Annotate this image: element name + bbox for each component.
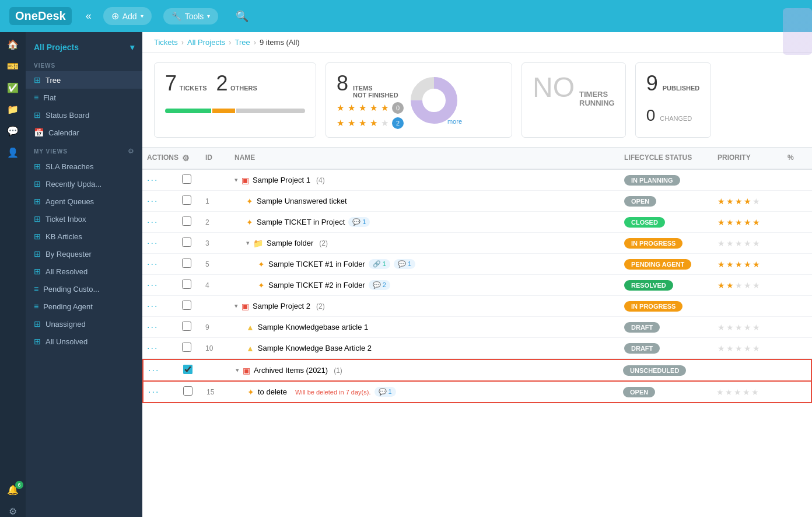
row-checkbox[interactable] [182, 301, 191, 310]
row-checkbox[interactable] [183, 386, 192, 396]
published-count: 9 [646, 71, 658, 96]
items-pie-chart: more [411, 77, 457, 124]
add-button[interactable]: ⊕ Add ▾ [103, 7, 152, 25]
row-id-cell: 3 [201, 239, 230, 247]
queue-icon: ⊞ [34, 197, 41, 206]
collapse-icon[interactable]: ▾ [235, 302, 238, 310]
row-checkbox[interactable] [182, 237, 191, 247]
sidebar-item-pending-agent[interactable]: ≡ Pending Agent [26, 298, 142, 315]
sidebar-item-status-board[interactable]: ⊞ Status Board [26, 106, 142, 124]
row-dots[interactable]: ··· [144, 365, 178, 376]
sidebar-item-all-unsolved[interactable]: ⊞ All Unsolved [26, 333, 142, 350]
published-stat-card: 9 PUBLISHED 0 CHANGED [635, 62, 711, 138]
tree-icon: ⊞ [34, 75, 41, 85]
sidebar-item-recently-updated[interactable]: ⊞ Recently Upda... [26, 175, 142, 193]
table-row: ··· ▾ ▣ Sample Project 2 (2) IN PROGRESS [142, 296, 812, 317]
icon-bar-notifications[interactable]: 🔔 6 [7, 484, 19, 495]
sidebar-item-label: Flat [43, 93, 56, 102]
sidebar-item-all-resolved[interactable]: ⊞ All Resolved [26, 263, 142, 280]
row-dots[interactable]: ··· [142, 238, 177, 249]
table-row-project1: ··· ▾ ▣ Sample Project 1 (4) IN PLANNING [142, 170, 812, 190]
status-badge: UNSCHEDULED [623, 365, 686, 376]
breadcrumb-sep3: › [254, 38, 256, 47]
tools-button[interactable]: 🔧 Tools ▾ [163, 8, 219, 25]
icon-bar-tickets[interactable]: 🎫 [7, 61, 19, 72]
row-count: (2) [316, 302, 325, 310]
row-dots[interactable]: ··· [144, 387, 178, 397]
sidebar-item-tree[interactable]: ⊞ Tree [26, 71, 142, 89]
row-checkbox[interactable] [182, 216, 191, 226]
row-checkbox-cell[interactable] [177, 237, 201, 249]
sidebar-item-flat[interactable]: ≡ Flat [26, 89, 142, 106]
row-checkbox-cell[interactable] [177, 216, 201, 228]
row-dots[interactable]: ··· [142, 322, 177, 333]
row-checkbox-cell[interactable] [178, 386, 202, 397]
row-checkbox-cell[interactable] [178, 365, 202, 376]
row-checkbox-cell[interactable] [177, 174, 201, 186]
row-dots[interactable]: ··· [142, 259, 177, 270]
pending-agent-icon: ≡ [34, 302, 38, 311]
th-lifecycle: Lifecycle Status [620, 153, 713, 163]
row-checkbox[interactable] [182, 174, 191, 184]
row-dots[interactable]: ··· [142, 343, 177, 354]
recent-icon: ⊞ [34, 179, 41, 188]
collapse-button[interactable]: « [86, 10, 92, 22]
row-priority-cell: ★ ★ ★ ★ ★ [713, 281, 783, 290]
row-priority-cell: ★ ★ ★ ★ ★ [713, 239, 783, 248]
icon-bar-tasks[interactable]: ✅ [7, 82, 19, 93]
row-checkbox[interactable] [182, 195, 191, 205]
sidebar-item-calendar[interactable]: 📅 Calendar [26, 124, 142, 141]
breadcrumb-allprojects[interactable]: All Projects [187, 38, 225, 47]
row-checkbox-cell[interactable] [177, 301, 201, 312]
row-name-cell: ✦ Sample TICKET #2 in Folder 💬 2 [230, 280, 620, 290]
icon-bar-projects[interactable]: 📁 [7, 104, 19, 115]
row-name-text: Sample Unanswered ticket [257, 197, 347, 205]
icon-bar-home[interactable]: 🏠 [7, 39, 19, 50]
icon-bar-messages[interactable]: 💬 [7, 125, 19, 137]
row-checkbox[interactable] [182, 280, 191, 289]
row-checkbox-cell[interactable] [177, 195, 201, 207]
my-views-gear-icon[interactable]: ⚙ [128, 147, 134, 155]
sidebar-item-agent-queues[interactable]: ⊞ Agent Queues [26, 193, 142, 210]
icon-bar-settings[interactable]: ⚙ [9, 506, 17, 517]
row-dots[interactable]: ··· [142, 196, 177, 207]
sidebar-item-label: By Requester [46, 250, 92, 258]
icon-bar-users[interactable]: 👤 [7, 147, 19, 158]
row-dots[interactable]: ··· [142, 301, 177, 312]
row-name-text: Sample TICKET #2 in Folder [268, 281, 365, 289]
row-checkbox-cell[interactable] [177, 258, 201, 270]
row-checkbox-cell[interactable] [177, 322, 201, 333]
table-row: ··· ▾ ▣ Sample Project 1 (4) IN PLANNING [142, 170, 812, 191]
items-label: ITEMS [353, 85, 398, 92]
row-name-wrap: ▲ Sample Knowledge Base Article 2 [235, 344, 615, 353]
row-checkbox[interactable] [182, 322, 191, 331]
collapse-icon[interactable]: ▾ [236, 366, 239, 374]
pie-more-link[interactable]: more [447, 118, 462, 125]
progress-orange [212, 109, 235, 113]
sidebar-item-unassigned[interactable]: ⊞ Unassigned [26, 315, 142, 333]
row-dots[interactable]: ··· [142, 217, 177, 228]
table-gear-icon[interactable]: ⚙ [182, 153, 190, 163]
collapse-icon[interactable]: ▾ [235, 176, 238, 184]
sidebar-item-pending-customer[interactable]: ≡ Pending Custo... [26, 280, 142, 298]
row-dots[interactable]: ··· [142, 175, 177, 186]
sidebar-item-by-requester[interactable]: ⊞ By Requester [26, 245, 142, 263]
row-checkbox[interactable] [183, 365, 192, 374]
sidebar-item-sla-breaches[interactable]: ⊞ SLA Breaches [26, 158, 142, 175]
row-checkbox[interactable] [182, 343, 191, 352]
search-icon[interactable]: 🔍 [236, 10, 249, 23]
sidebar-item-ticket-inbox[interactable]: ⊞ Ticket Inbox [26, 210, 142, 228]
row-checkbox[interactable] [182, 258, 191, 268]
sidebar-item-label: Pending Agent [43, 302, 93, 311]
th-gear[interactable]: ⚙ [177, 153, 201, 163]
project-selector[interactable]: All Projects ▾ [26, 38, 142, 57]
collapse-icon[interactable]: ▾ [246, 239, 250, 247]
table-row-delete-item: ··· 15 ✦ to delete Will be deleted in 7 … [144, 382, 811, 402]
row-checkbox-cell[interactable] [177, 343, 201, 354]
sidebar-item-kb-articles[interactable]: ⊞ KB Articles [26, 228, 142, 245]
row-checkbox-cell[interactable] [177, 280, 201, 291]
breadcrumb-tickets[interactable]: Tickets [154, 38, 178, 47]
breadcrumb-tree[interactable]: Tree [235, 38, 250, 47]
table-row: ··· 5 ✦ Sample TICKET #1 in Folder 🔗 1 💬… [142, 254, 812, 275]
row-dots[interactable]: ··· [142, 280, 177, 291]
